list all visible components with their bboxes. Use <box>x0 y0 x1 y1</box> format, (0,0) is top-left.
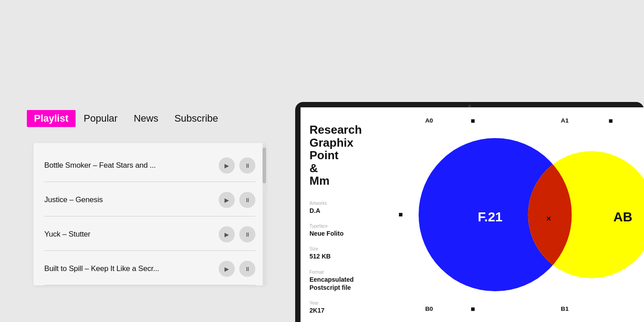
a1-label: A1 <box>561 118 569 124</box>
scrollbar-thumb[interactable] <box>263 148 266 183</box>
tab-popular[interactable]: Popular <box>76 110 126 127</box>
pause-button-4[interactable]: ⏸ <box>239 261 255 277</box>
tab-subscribe[interactable]: Subscribe <box>166 110 226 127</box>
left-panel: Playlist Popular News Subscribe Bottle S… <box>0 0 295 322</box>
b1-label: B1 <box>561 305 569 312</box>
track-title-4: Built to Spill – Keep It Like a Secr... <box>44 264 219 273</box>
year-label: Year <box>309 301 390 305</box>
play-button-4[interactable]: ▶ <box>219 261 235 277</box>
square-bottom-mid <box>471 307 475 311</box>
venn-diagram: A0 A1 F.21 <box>399 107 644 322</box>
nav-tabs: Playlist Popular News Subscribe <box>27 110 226 127</box>
play-button-3[interactable]: ▶ <box>219 226 235 242</box>
playlist-card: Bottle Smoker – Feat Stars and ... ▶ ⏸ J… <box>34 143 266 285</box>
list-item: Bottle Smoker – Feat Stars and ... ▶ ⏸ <box>34 148 266 174</box>
x-label: × <box>547 214 551 223</box>
play-button-2[interactable]: ▶ <box>219 192 235 208</box>
info-panel: ResearchGraphixPoint&Mm Artworks D.A Typ… <box>301 107 399 322</box>
square-mid-left <box>399 213 402 216</box>
square-top-mid <box>471 119 475 123</box>
size-value: 512 KB <box>309 252 390 260</box>
list-item: Justice – Genesis ▶ ⏸ <box>34 182 266 208</box>
track-controls-2: ▶ ⏸ <box>219 192 255 208</box>
product-title: ResearchGraphixPoint&Mm <box>309 123 390 187</box>
device-frame: ResearchGraphixPoint&Mm Artworks D.A Typ… <box>295 102 644 322</box>
typeface-label: Typeface <box>309 224 390 229</box>
grid-area: A0 A1 F.21 <box>399 107 644 322</box>
a0-label: A0 <box>425 118 433 124</box>
tab-playlist[interactable]: Playlist <box>27 110 76 127</box>
list-item: Yuck – Stutter ▶ ⏸ <box>34 216 266 242</box>
track-divider-4 <box>44 285 255 285</box>
right-panel: ResearchGraphixPoint&Mm Artworks D.A Typ… <box>295 0 644 322</box>
track-controls-1: ▶ ⏸ <box>219 157 255 174</box>
device-screen: ResearchGraphixPoint&Mm Artworks D.A Typ… <box>301 107 644 322</box>
tab-news[interactable]: News <box>126 110 166 127</box>
square-top-right <box>609 119 613 123</box>
format-value: EencapsulatedPostscript file <box>309 275 390 292</box>
track-controls-4: ▶ ⏸ <box>219 261 255 277</box>
size-label: Size <box>309 246 390 251</box>
pause-button-2[interactable]: ⏸ <box>239 192 255 208</box>
format-row: Format EencapsulatedPostscript file <box>309 270 390 292</box>
year-value: 2K17 <box>309 306 390 314</box>
pause-button-3[interactable]: ⏸ <box>239 226 255 242</box>
track-title-1: Bottle Smoker – Feat Stars and ... <box>44 161 219 170</box>
track-title-2: Justice – Genesis <box>44 195 219 204</box>
artworks-row: Artworks D.A <box>309 201 390 215</box>
artworks-label: Artworks <box>309 201 390 206</box>
typeface-row: Typeface Neue Folito <box>309 224 390 237</box>
play-button-1[interactable]: ▶ <box>219 157 235 174</box>
size-row: Size 512 KB <box>309 246 390 260</box>
year-row: Year 2K17 <box>309 301 390 314</box>
track-title-3: Yuck – Stutter <box>44 230 219 239</box>
ab-label: AB <box>614 209 632 224</box>
scrollbar[interactable] <box>263 143 266 285</box>
b0-label: B0 <box>425 305 433 312</box>
track-controls-3: ▶ ⏸ <box>219 226 255 242</box>
center-label: F.21 <box>478 209 502 224</box>
typeface-value: Neue Folito <box>309 229 390 237</box>
list-item: Built to Spill – Keep It Like a Secr... … <box>34 251 266 277</box>
pause-button-1[interactable]: ⏸ <box>239 157 255 174</box>
format-label: Format <box>309 270 390 275</box>
artworks-value: D.A <box>309 207 390 215</box>
